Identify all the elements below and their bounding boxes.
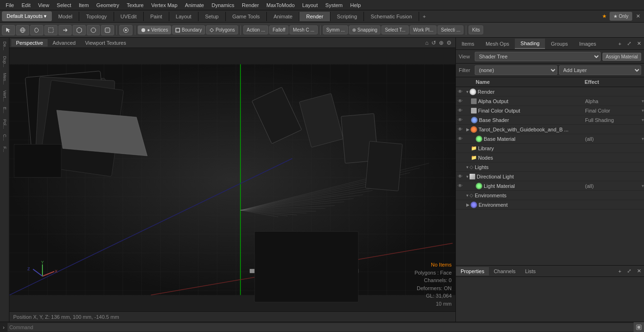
toolbar-box-btn[interactable] <box>44 25 58 35</box>
panel-tab-shading[interactable]: Shading <box>515 39 545 49</box>
vp-tab-advanced[interactable]: Advanced <box>48 39 80 47</box>
left-strip-item-0[interactable]: De... <box>1 40 8 52</box>
toolbar-lasso-btn[interactable] <box>30 25 43 35</box>
eye-tarot[interactable]: 👁 <box>456 127 464 132</box>
menu-texture[interactable]: Texture <box>123 1 148 9</box>
left-strip-item-6[interactable]: C... <box>1 132 8 143</box>
toolbar-paint-btn[interactable] <box>101 25 114 35</box>
menu-layout[interactable]: Layout <box>298 1 322 9</box>
menu-file[interactable]: File <box>2 1 18 9</box>
shader-row-library[interactable]: 📁 Library <box>456 144 644 153</box>
eye-light-material[interactable]: 👁 <box>456 183 464 188</box>
left-strip-item-1[interactable]: Dup... <box>1 54 8 69</box>
panel-tab-groups[interactable]: Groups <box>545 39 573 49</box>
vertices-btn[interactable]: ● Vertices <box>138 25 171 34</box>
bt-tab-properties[interactable]: Properties <box>456 267 489 275</box>
add-layer-select[interactable]: Add Layer <box>559 65 642 75</box>
eye-render[interactable]: 👁 <box>456 89 464 94</box>
menu-system[interactable]: System <box>322 1 347 9</box>
eye-alpha[interactable]: 👁 <box>456 98 464 104</box>
eye-base-shader[interactable]: 👁 <box>456 117 464 122</box>
selecti-btn[interactable]: Selecti ... <box>438 25 463 34</box>
shader-row-base-shader[interactable]: 👁 Base Shader Full Shading ▾ <box>456 115 644 125</box>
eye-directional-light[interactable]: 👁 <box>456 174 464 179</box>
boundary-btn[interactable]: Boundary <box>172 25 205 34</box>
tab-schematic[interactable]: Schematic Fusion <box>364 12 419 21</box>
menu-help[interactable]: Help <box>347 1 365 9</box>
shader-row-directional-light[interactable]: 👁 ▾ Directional Light <box>456 172 644 181</box>
panel-tab-items[interactable]: Items <box>456 39 480 49</box>
triangle-directional-light[interactable]: ▾ <box>466 174 469 179</box>
triangle-render[interactable]: ▾ <box>466 89 469 94</box>
shader-row-lights[interactable]: ▾ ◇ Lights <box>456 162 644 172</box>
bt-expand-icon[interactable]: ⤢ <box>624 267 634 275</box>
menu-maxtomodo[interactable]: MaxToModo <box>263 1 298 9</box>
viewport[interactable]: X Y Z No Items Polygons : Face Channels:… <box>9 48 455 311</box>
tab-animate[interactable]: Animate <box>267 12 299 21</box>
tab-model[interactable]: Model <box>52 12 80 21</box>
polygons-btn[interactable]: Polygons <box>206 25 238 34</box>
tab-render[interactable]: Render <box>299 12 330 21</box>
menu-select[interactable]: Select <box>53 1 75 9</box>
close-layout-button[interactable]: ✕ <box>632 11 644 21</box>
vp-rotate-icon[interactable]: ↺ <box>431 40 436 46</box>
add-layout-button[interactable]: + <box>419 12 429 21</box>
menu-dynamics[interactable]: Dynamics <box>208 1 238 9</box>
panel-tab-mesh-ops[interactable]: Mesh Ops <box>480 39 515 49</box>
toolbar-arrow-btn[interactable] <box>58 25 72 35</box>
eye-final-color[interactable]: 👁 <box>456 108 464 113</box>
triangle-tarot[interactable]: ▶ <box>466 127 470 132</box>
eye-base-material[interactable]: 👁 <box>456 136 464 141</box>
triangle-environment[interactable]: ▶ <box>466 202 470 207</box>
assign-material-button[interactable]: Assign Material <box>603 53 641 61</box>
bt-plus-icon[interactable]: + <box>616 267 624 275</box>
vp-settings-icon[interactable]: ⚙ <box>446 40 452 46</box>
command-send-button[interactable] <box>634 322 644 332</box>
panel-close-icon[interactable]: ✕ <box>634 39 644 49</box>
left-strip-item-7[interactable]: F... <box>1 145 8 154</box>
toolbar-circle-btn[interactable] <box>87 25 100 35</box>
work-pl-btn[interactable]: Work Pl... <box>410 25 437 34</box>
left-strip-item-4[interactable]: E... <box>1 105 8 115</box>
toolbar-globe-btn[interactable] <box>16 25 29 35</box>
command-input[interactable] <box>8 323 634 332</box>
tab-topology[interactable]: Topology <box>79 12 114 21</box>
mesh-c-btn[interactable]: Mesh C ... <box>289 25 318 34</box>
menu-view[interactable]: View <box>34 1 53 9</box>
bt-close-icon[interactable]: ✕ <box>634 267 644 275</box>
vp-home-icon[interactable]: ⌂ <box>425 40 429 46</box>
left-strip-item-3[interactable]: Vert... <box>1 89 8 104</box>
vp-tab-viewport-textures[interactable]: Viewport Textures <box>80 39 131 47</box>
bt-tab-lists[interactable]: Lists <box>520 267 541 275</box>
shader-row-nodes[interactable]: 📁 Nodes <box>456 153 644 162</box>
filter-select[interactable]: (none) <box>475 65 557 75</box>
tab-scripting[interactable]: Scripting <box>330 12 364 21</box>
vp-zoom-icon[interactable]: ⊕ <box>439 40 444 46</box>
vp-tab-perspective[interactable]: Perspective <box>11 39 48 47</box>
tab-uvedit[interactable]: UVEdit <box>114 12 144 21</box>
shader-row-tarot[interactable]: 👁 ▶ Tarot_Deck_with_Guidebook_and_B ... <box>456 125 644 134</box>
menu-animate[interactable]: Animate <box>181 1 207 9</box>
only-label[interactable]: ★ Only <box>610 12 632 21</box>
shader-row-final-color[interactable]: 👁 Final Color Output Final Color ▾ <box>456 106 644 115</box>
tab-setup[interactable]: Setup <box>198 12 226 21</box>
left-strip-item-5[interactable]: Pol... <box>1 117 8 131</box>
action-btn[interactable]: Action ... <box>243 25 268 34</box>
view-select[interactable]: Shader Tree <box>475 52 601 61</box>
select-t-btn[interactable]: Select T... <box>381 25 409 34</box>
panel-expand-icon[interactable]: ⤢ <box>624 39 634 49</box>
shader-tree[interactable]: 👁 ▾ Render 👁 Alpha Output Alpha ▾ 👁 <box>456 87 644 265</box>
menu-item[interactable]: Item <box>75 1 92 9</box>
symm-btn[interactable]: Symm ... <box>323 25 348 34</box>
toolbar-sphere-btn[interactable] <box>119 25 132 35</box>
shader-row-render[interactable]: 👁 ▾ Render <box>456 87 644 97</box>
shader-row-environments[interactable]: ▾ ◇ Environments <box>456 191 644 200</box>
shader-row-base-material[interactable]: 👁 Base Material (all) ▾ <box>456 134 644 144</box>
toolbar-select-btn[interactable] <box>2 25 15 35</box>
panel-tab-images[interactable]: Images <box>574 39 602 49</box>
triangle-environments[interactable]: ▾ <box>466 193 469 198</box>
falloff-btn[interactable]: Falloff <box>269 25 289 34</box>
menu-vertex-map[interactable]: Vertex Map <box>148 1 182 9</box>
toolbar-hex-btn[interactable] <box>73 25 86 35</box>
default-layouts-button[interactable]: Default Layouts ▾ <box>2 11 52 21</box>
